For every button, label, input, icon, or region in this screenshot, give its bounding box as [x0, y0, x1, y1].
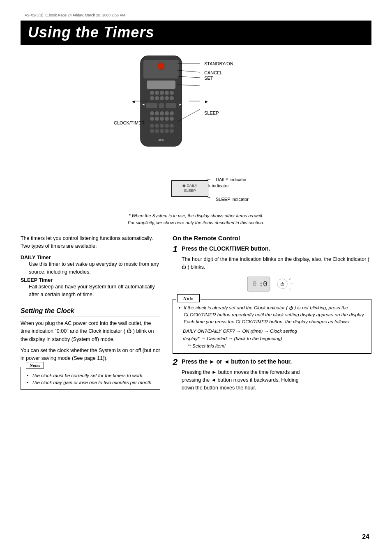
label-arrow-left: ◄	[131, 99, 136, 104]
title-bar: Using the Timers	[21, 21, 371, 44]
page-title: Using the Timers	[28, 24, 364, 41]
svg-line-58	[289, 288, 291, 290]
step-2-header: 2 Press the ► or ◄ button to set the hou…	[173, 358, 371, 367]
svg-point-29	[165, 124, 169, 128]
remote-heading: On the Remote Control	[173, 235, 371, 242]
svg-point-28	[160, 124, 164, 128]
label-arrow-right: ►	[204, 99, 209, 104]
note-box: Note • If the clock is already set and t…	[173, 299, 371, 354]
svg-point-22	[155, 117, 159, 121]
svg-line-56	[289, 278, 291, 280]
svg-point-19	[165, 111, 169, 115]
svg-text:►: ►	[179, 103, 182, 106]
file-path: FS-X1-3(B)_E.book Page 24 Friday, March …	[25, 13, 125, 17]
diagram-section: JVC ◄ ► STANDBY/ON	[21, 50, 371, 169]
svg-text:◄: ◄	[142, 103, 145, 106]
label-cancel: CANCEL	[204, 70, 223, 75]
note-header-wrap: Note	[176, 294, 201, 303]
svg-rect-2	[147, 81, 175, 89]
svg-point-5	[160, 91, 164, 95]
sleep-timer-desc: Fall asleep and have your System turn of…	[29, 283, 160, 299]
step-2-body: Pressing the ► button moves the time for…	[182, 368, 371, 392]
label-sleep-indicator: SLEEP indicator	[216, 197, 249, 202]
svg-point-30	[170, 124, 174, 128]
intro-line1: The timers let you control listening fun…	[21, 235, 160, 242]
step-1-body: The hour digit of the time indication bl…	[182, 256, 371, 272]
col-left: The timers let you control listening fun…	[21, 235, 160, 398]
svg-rect-13	[146, 103, 157, 108]
svg-point-7	[170, 91, 174, 95]
clock-body2: You can set the clock whether the System…	[21, 347, 160, 363]
svg-point-16	[150, 111, 154, 115]
notes-item-2: The clock may gain or lose one to two mi…	[26, 379, 155, 386]
svg-point-34	[165, 129, 169, 133]
display-box: ◉ DAILY SLEEP	[171, 180, 208, 197]
svg-point-3	[150, 91, 154, 95]
label-standby-on: STANDBY/ON	[204, 61, 233, 66]
svg-text:0: 0	[252, 279, 257, 288]
setting-clock-heading: Setting the Clock	[21, 307, 160, 316]
svg-point-9	[155, 96, 159, 100]
display-section: DAILY indicator Clock indicator ◉ DAILY …	[21, 173, 371, 210]
step-2: 2 Press the ► or ◄ button to set the hou…	[173, 358, 371, 392]
clock-body1: When you plug the AC power cord into the…	[21, 320, 160, 343]
note-list: • If the clock is already set and the Cl…	[178, 304, 366, 326]
label-clock-timer: CLOCK/TIMER	[114, 120, 145, 125]
svg-point-6	[165, 91, 169, 95]
svg-text:0: 0	[263, 279, 267, 288]
svg-point-8	[150, 96, 154, 100]
section-divider-clock	[21, 303, 160, 303]
svg-point-17	[155, 111, 159, 115]
step-1-title: Press the CLOCK/TIMER button.	[182, 245, 270, 252]
notes-list: The clock must be correctly set for the …	[26, 372, 155, 387]
remote-labels-container: JVC ◄ ► STANDBY/ON	[110, 50, 282, 165]
sleep-timer-name: SLEEP Timer	[21, 277, 160, 283]
two-col-layout: The timers let you control listening fun…	[21, 235, 371, 398]
svg-text:⏻: ⏻	[280, 282, 284, 286]
step-1: 1 Press the CLOCK/TIMER button. The hour…	[173, 245, 371, 293]
notes-header: Notes	[24, 362, 46, 368]
svg-point-12	[170, 96, 174, 100]
notes-badge: Notes	[26, 362, 44, 368]
note-flow-text: DAILY ON?/DAILY OFF? → ON (time) → Clock…	[183, 327, 366, 350]
remote-image: JVC ◄ ►	[134, 54, 188, 154]
svg-point-35	[170, 129, 174, 133]
svg-point-11	[165, 96, 169, 100]
title-underline	[21, 44, 371, 45]
caption: * When the System is in use, the display…	[21, 212, 371, 226]
step-2-title: Press the ► or ◄ button to set the hour.	[182, 358, 292, 365]
svg-point-20	[170, 111, 174, 115]
svg-point-27	[155, 124, 159, 128]
svg-point-26	[150, 124, 154, 128]
daily-timer-desc: Use this timer to set wake up everyday t…	[29, 260, 160, 276]
display-inner: ◉ DAILY SLEEP	[182, 184, 197, 193]
label-daily-indicator: DAILY indicator	[216, 177, 247, 182]
step-1-header: 1 Press the CLOCK/TIMER button.	[173, 245, 371, 254]
note-badge: Note	[177, 294, 200, 303]
step-1-number: 1	[173, 245, 179, 254]
svg-point-24	[165, 117, 169, 121]
svg-point-31	[150, 129, 154, 133]
intro-line2: Two types of timers are available:	[21, 242, 160, 250]
section-divider-top	[21, 231, 371, 231]
svg-point-18	[160, 111, 164, 115]
svg-point-33	[160, 129, 164, 133]
notes-box: Notes The clock must be correctly set fo…	[21, 367, 160, 390]
blink-svg: 0 : 0 ⏻	[243, 275, 301, 293]
caption-line2: For simplicity, we show here only the it…	[21, 219, 371, 226]
step-2-number: 2	[173, 358, 179, 367]
col-right: On the Remote Control 1 Press the CLOCK/…	[173, 235, 371, 398]
notes-item-1: The clock must be correctly set for the …	[26, 372, 155, 379]
svg-text:JVC: JVC	[158, 138, 164, 141]
daily-timer-name: DAILY Timer	[21, 255, 160, 260]
svg-rect-15	[166, 103, 176, 108]
intro-text: The timers let you control listening fun…	[21, 235, 160, 251]
svg-point-4	[155, 91, 159, 95]
display-area: DAILY indicator Clock indicator ◉ DAILY …	[110, 173, 282, 208]
caption-line1: * When the System is in use, the display…	[21, 212, 371, 219]
label-sleep: SLEEP	[204, 111, 219, 115]
svg-point-32	[155, 129, 159, 133]
svg-point-21	[150, 117, 154, 121]
svg-point-37	[158, 63, 164, 69]
note-item-1: • If the clock is already set and the Cl…	[178, 304, 366, 326]
